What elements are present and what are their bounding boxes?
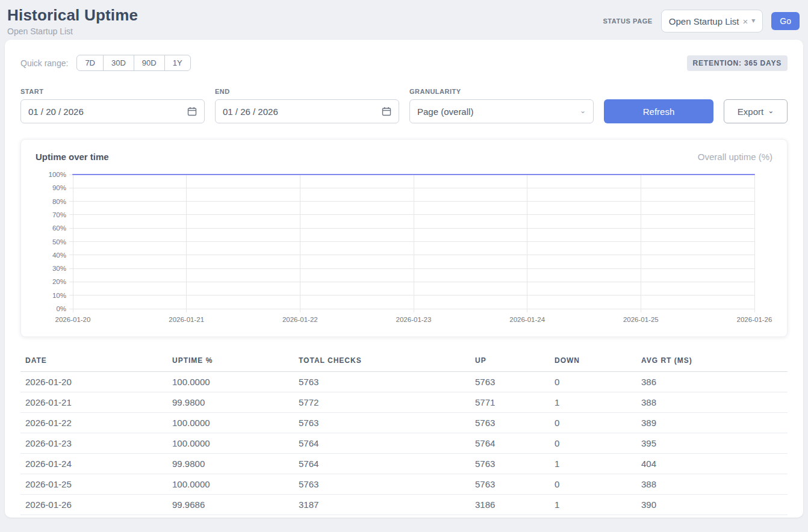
- table-row: 2026-01-21 99.9800 5772 5771 1 388: [20, 392, 788, 413]
- date-cell: 2026-01-20: [20, 372, 167, 392]
- svg-text:50%: 50%: [52, 238, 66, 246]
- end-date-input[interactable]: 01 / 26 / 2026: [215, 99, 399, 123]
- column-header-down: DOWN: [550, 351, 636, 372]
- quick-range-90d-button[interactable]: 90D: [134, 55, 165, 71]
- retention-badge: RETENTION: 365 DAYS: [687, 55, 788, 71]
- date-cell: 2026-01-21: [20, 392, 167, 413]
- table-row: 2026-01-22 100.0000 5763 5763 0 389: [20, 413, 788, 433]
- avg-rt-cell: 388: [636, 474, 788, 495]
- table-row: 2026-01-24 99.9800 5764 5763 1 404: [20, 454, 788, 474]
- calendar-icon[interactable]: [187, 107, 197, 116]
- quick-range-30d-button[interactable]: 30D: [103, 55, 134, 71]
- total-checks-cell: 3187: [294, 495, 470, 515]
- chart-header: Uptime over time Overall uptime (%): [34, 152, 774, 170]
- page-subtitle: Open Startup List: [7, 26, 138, 36]
- chevron-down-icon: ▾: [751, 16, 755, 25]
- column-header-uptime: UPTIME %: [167, 351, 294, 372]
- up-cell: 5763: [470, 474, 550, 495]
- start-date-label: START: [20, 88, 205, 95]
- avg-rt-cell: 388: [636, 392, 788, 413]
- uptime-cell: 99.9800: [167, 454, 294, 474]
- svg-text:60%: 60%: [52, 224, 66, 232]
- filter-form-row: START 01 / 20 / 2026 END 01 / 26 / 2026: [20, 88, 788, 123]
- status-page-select[interactable]: Open Startup List × ▾: [661, 10, 763, 32]
- avg-rt-cell: 395: [636, 433, 788, 454]
- total-checks-cell: 5764: [294, 433, 470, 454]
- end-date-value: 01 / 26 / 2026: [223, 107, 382, 117]
- avg-rt-cell: 386: [636, 372, 788, 392]
- date-cell: 2026-01-23: [20, 433, 167, 454]
- total-checks-cell: 5763: [294, 474, 470, 495]
- page-header: Historical Uptime Open Startup List STAT…: [0, 0, 808, 40]
- granularity-select[interactable]: Page (overall) ⌄: [409, 99, 594, 123]
- uptime-line-chart: 100%90%80%70%60%50%40%30%20%10%0%2026-01…: [34, 170, 774, 329]
- svg-text:2026-01-25: 2026-01-25: [623, 316, 659, 323]
- quick-range-buttons: 7D 30D 90D 1Y: [76, 55, 190, 71]
- table-row: 2026-01-23 100.0000 5764 5764 0 395: [20, 433, 788, 454]
- uptime-cell: 99.9800: [167, 392, 294, 413]
- down-cell: 0: [550, 372, 636, 392]
- granularity-label: GRANULARITY: [409, 88, 594, 95]
- total-checks-cell: 5764: [294, 454, 470, 474]
- status-page-selected-value: Open Startup List: [669, 16, 739, 26]
- quick-range-group: Quick range: 7D 30D 90D 1Y: [20, 55, 191, 71]
- svg-text:2026-01-21: 2026-01-21: [169, 316, 204, 323]
- date-cell: 2026-01-26: [20, 495, 167, 515]
- down-cell: 1: [550, 454, 636, 474]
- quick-range-1y-button[interactable]: 1Y: [164, 55, 191, 71]
- quick-range-row: Quick range: 7D 30D 90D 1Y RETENTION: 36…: [20, 55, 788, 71]
- quick-range-7d-button[interactable]: 7D: [76, 55, 104, 71]
- avg-rt-cell: 404: [636, 454, 788, 474]
- uptime-chart-card: Uptime over time Overall uptime (%) 100%…: [20, 139, 788, 337]
- svg-text:40%: 40%: [52, 252, 66, 259]
- uptime-cell: 100.0000: [167, 372, 294, 392]
- column-header-up: UP: [470, 351, 550, 372]
- total-checks-cell: 5763: [294, 413, 470, 433]
- column-header-avg-rt: AVG RT (MS): [636, 351, 788, 372]
- clear-selection-icon[interactable]: ×: [743, 17, 748, 26]
- end-date-field: END 01 / 26 / 2026: [215, 88, 399, 123]
- uptime-cell: 100.0000: [167, 433, 294, 454]
- start-date-value: 01 / 20 / 2026: [28, 107, 187, 117]
- page-title: Historical Uptime: [7, 6, 138, 25]
- svg-text:30%: 30%: [52, 265, 66, 272]
- svg-text:80%: 80%: [52, 198, 66, 205]
- end-date-label: END: [215, 88, 399, 95]
- svg-text:2026-01-20: 2026-01-20: [55, 316, 91, 323]
- table-row: 2026-01-25 100.0000 5763 5763 0 388: [20, 474, 788, 495]
- down-cell: 0: [550, 433, 636, 454]
- total-checks-cell: 5772: [294, 392, 470, 413]
- uptime-cell: 100.0000: [167, 413, 294, 433]
- down-cell: 1: [550, 495, 636, 515]
- uptime-cell: 99.9686: [167, 495, 294, 515]
- total-checks-cell: 5763: [294, 372, 470, 392]
- table-header-row: DATE UPTIME % TOTAL CHECKS UP DOWN AVG R…: [20, 351, 788, 372]
- svg-text:100%: 100%: [49, 171, 66, 178]
- table-row: 2026-01-26 99.9686 3187 3186 1 390: [20, 495, 788, 515]
- granularity-field: GRANULARITY Page (overall) ⌄: [409, 88, 594, 123]
- svg-text:70%: 70%: [52, 211, 66, 218]
- refresh-button[interactable]: Refresh: [604, 99, 713, 123]
- svg-text:2026-01-24: 2026-01-24: [509, 316, 545, 323]
- go-button[interactable]: Go: [771, 12, 800, 30]
- start-date-field: START 01 / 20 / 2026: [20, 88, 205, 123]
- chart-title: Uptime over time: [36, 152, 109, 162]
- up-cell: 5763: [470, 454, 550, 474]
- status-page-controls: STATUS PAGE Open Startup List × ▾ Go: [603, 10, 800, 32]
- avg-rt-cell: 390: [636, 495, 788, 515]
- uptime-table: DATE UPTIME % TOTAL CHECKS UP DOWN AVG R…: [20, 351, 788, 515]
- export-button[interactable]: Export ⌄: [724, 99, 788, 123]
- calendar-icon[interactable]: [382, 107, 391, 116]
- up-cell: 5763: [470, 372, 550, 392]
- down-cell: 1: [550, 392, 636, 413]
- svg-text:2026-01-26: 2026-01-26: [737, 316, 772, 323]
- page-heading-block: Historical Uptime Open Startup List: [7, 6, 138, 36]
- table-row: 2026-01-20 100.0000 5763 5763 0 386: [20, 372, 788, 392]
- date-cell: 2026-01-25: [20, 474, 167, 495]
- svg-text:0%: 0%: [56, 305, 66, 312]
- quick-range-label: Quick range:: [20, 58, 68, 68]
- status-page-label: STATUS PAGE: [603, 17, 652, 25]
- up-cell: 5764: [470, 433, 550, 454]
- export-button-label: Export: [738, 107, 763, 117]
- start-date-input[interactable]: 01 / 20 / 2026: [20, 99, 205, 123]
